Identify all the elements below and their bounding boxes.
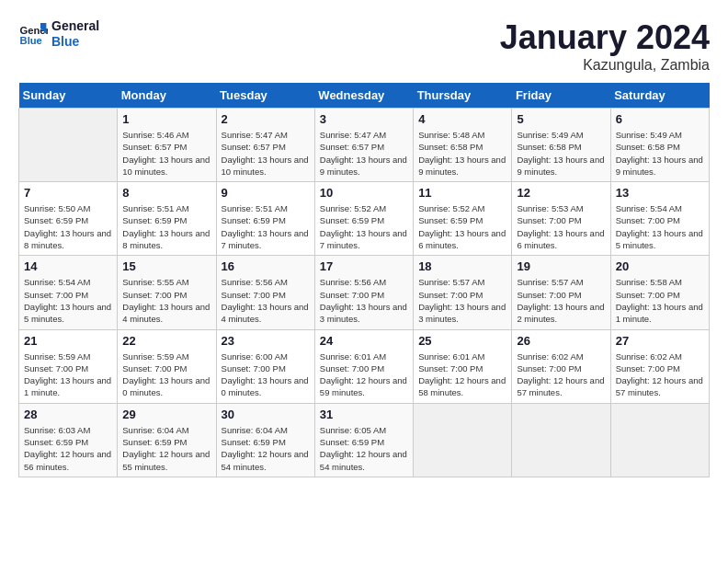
weekday-header-tuesday: Tuesday <box>216 83 314 109</box>
day-number: 15 <box>122 259 210 273</box>
day-number: 11 <box>418 186 506 200</box>
calendar-cell <box>610 403 709 477</box>
day-number: 21 <box>24 334 112 348</box>
calendar-cell: 31Sunrise: 6:05 AM Sunset: 6:59 PM Dayli… <box>314 403 413 477</box>
calendar-cell: 6Sunrise: 5:49 AM Sunset: 6:58 PM Daylig… <box>610 109 709 182</box>
day-detail: Sunrise: 5:46 AM Sunset: 6:57 PM Dayligh… <box>122 129 210 178</box>
day-number: 24 <box>320 334 408 348</box>
day-detail: Sunrise: 5:52 AM Sunset: 6:59 PM Dayligh… <box>320 202 408 251</box>
day-number: 7 <box>24 186 112 200</box>
calendar-cell: 24Sunrise: 6:01 AM Sunset: 7:00 PM Dayli… <box>314 329 413 403</box>
day-number: 23 <box>222 334 310 348</box>
calendar-cell: 13Sunrise: 5:54 AM Sunset: 7:00 PM Dayli… <box>610 182 709 256</box>
day-number: 29 <box>122 408 210 421</box>
day-detail: Sunrise: 5:47 AM Sunset: 6:57 PM Dayligh… <box>222 129 310 178</box>
calendar-cell: 5Sunrise: 5:49 AM Sunset: 6:58 PM Daylig… <box>512 109 610 182</box>
page-header: General Blue General Blue January 2024 K… <box>18 18 710 74</box>
day-number: 18 <box>418 259 506 273</box>
calendar-cell: 7Sunrise: 5:50 AM Sunset: 6:59 PM Daylig… <box>19 182 118 256</box>
calendar-cell: 27Sunrise: 6:02 AM Sunset: 7:00 PM Dayli… <box>610 329 709 403</box>
weekday-header-monday: Monday <box>118 83 216 109</box>
day-detail: Sunrise: 6:03 AM Sunset: 6:59 PM Dayligh… <box>24 424 112 473</box>
week-row-4: 21Sunrise: 5:59 AM Sunset: 7:00 PM Dayli… <box>19 329 710 403</box>
day-detail: Sunrise: 5:56 AM Sunset: 7:00 PM Dayligh… <box>222 276 310 325</box>
day-detail: Sunrise: 5:55 AM Sunset: 7:00 PM Dayligh… <box>122 276 210 325</box>
calendar-cell: 17Sunrise: 5:56 AM Sunset: 7:00 PM Dayli… <box>314 256 413 329</box>
day-detail: Sunrise: 5:58 AM Sunset: 7:00 PM Dayligh… <box>616 276 704 325</box>
weekday-header-wednesday: Wednesday <box>314 83 413 109</box>
calendar-cell: 10Sunrise: 5:52 AM Sunset: 6:59 PM Dayli… <box>314 182 413 256</box>
day-number: 9 <box>222 186 310 200</box>
week-row-2: 7Sunrise: 5:50 AM Sunset: 6:59 PM Daylig… <box>19 182 710 256</box>
logo-line2: Blue <box>51 34 99 50</box>
calendar-cell: 14Sunrise: 5:54 AM Sunset: 7:00 PM Dayli… <box>19 256 118 329</box>
weekday-header-sunday: Sunday <box>19 83 118 109</box>
day-detail: Sunrise: 6:01 AM Sunset: 7:00 PM Dayligh… <box>320 350 408 399</box>
day-detail: Sunrise: 5:54 AM Sunset: 7:00 PM Dayligh… <box>616 202 704 251</box>
calendar-cell: 12Sunrise: 5:53 AM Sunset: 7:00 PM Dayli… <box>512 182 610 256</box>
logo-line1: General <box>51 18 99 34</box>
week-row-3: 14Sunrise: 5:54 AM Sunset: 7:00 PM Dayli… <box>19 256 710 329</box>
calendar-cell: 21Sunrise: 5:59 AM Sunset: 7:00 PM Dayli… <box>19 329 118 403</box>
calendar-cell <box>512 403 610 477</box>
day-number: 12 <box>517 186 605 200</box>
day-detail: Sunrise: 5:47 AM Sunset: 6:57 PM Dayligh… <box>320 129 408 178</box>
logo-icon: General Blue <box>18 19 48 49</box>
calendar-cell: 25Sunrise: 6:01 AM Sunset: 7:00 PM Dayli… <box>414 329 512 403</box>
weekday-header-row: SundayMondayTuesdayWednesdayThursdayFrid… <box>19 83 710 109</box>
day-number: 1 <box>122 112 210 126</box>
calendar-cell: 19Sunrise: 5:57 AM Sunset: 7:00 PM Dayli… <box>512 256 610 329</box>
day-detail: Sunrise: 6:05 AM Sunset: 6:59 PM Dayligh… <box>320 424 408 473</box>
calendar-cell: 4Sunrise: 5:48 AM Sunset: 6:58 PM Daylig… <box>414 109 512 182</box>
calendar-cell: 28Sunrise: 6:03 AM Sunset: 6:59 PM Dayli… <box>19 403 118 477</box>
calendar-cell: 8Sunrise: 5:51 AM Sunset: 6:59 PM Daylig… <box>118 182 216 256</box>
calendar-cell: 29Sunrise: 6:04 AM Sunset: 6:59 PM Dayli… <box>118 403 216 477</box>
calendar-cell: 30Sunrise: 6:04 AM Sunset: 6:59 PM Dayli… <box>216 403 314 477</box>
day-number: 20 <box>616 259 704 273</box>
day-number: 6 <box>616 112 704 126</box>
weekday-header-friday: Friday <box>512 83 610 109</box>
calendar-table: SundayMondayTuesdayWednesdayThursdayFrid… <box>18 83 710 477</box>
svg-text:Blue: Blue <box>20 35 42 46</box>
day-number: 14 <box>24 259 112 273</box>
calendar-cell: 22Sunrise: 5:59 AM Sunset: 7:00 PM Dayli… <box>118 329 216 403</box>
title-section: January 2024 Kazungula, Zambia <box>500 18 710 74</box>
day-number: 30 <box>222 408 310 421</box>
day-detail: Sunrise: 5:59 AM Sunset: 7:00 PM Dayligh… <box>24 350 112 399</box>
day-number: 3 <box>320 112 408 126</box>
calendar-cell: 2Sunrise: 5:47 AM Sunset: 6:57 PM Daylig… <box>216 109 314 182</box>
day-detail: Sunrise: 5:54 AM Sunset: 7:00 PM Dayligh… <box>24 276 112 325</box>
calendar-cell: 9Sunrise: 5:51 AM Sunset: 6:59 PM Daylig… <box>216 182 314 256</box>
calendar-title: January 2024 <box>500 18 710 57</box>
day-number: 10 <box>320 186 408 200</box>
calendar-cell: 1Sunrise: 5:46 AM Sunset: 6:57 PM Daylig… <box>118 109 216 182</box>
day-detail: Sunrise: 5:59 AM Sunset: 7:00 PM Dayligh… <box>122 350 210 399</box>
day-number: 26 <box>517 334 605 348</box>
day-number: 13 <box>616 186 704 200</box>
day-detail: Sunrise: 5:52 AM Sunset: 6:59 PM Dayligh… <box>418 202 506 251</box>
day-number: 19 <box>517 259 605 273</box>
calendar-cell <box>414 403 512 477</box>
day-detail: Sunrise: 6:00 AM Sunset: 7:00 PM Dayligh… <box>222 350 310 399</box>
weekday-header-thursday: Thursday <box>414 83 512 109</box>
day-detail: Sunrise: 6:02 AM Sunset: 7:00 PM Dayligh… <box>616 350 704 399</box>
day-number: 31 <box>320 408 408 421</box>
day-detail: Sunrise: 5:48 AM Sunset: 6:58 PM Dayligh… <box>418 129 506 178</box>
day-detail: Sunrise: 6:02 AM Sunset: 7:00 PM Dayligh… <box>517 350 605 399</box>
day-number: 22 <box>122 334 210 348</box>
day-number: 25 <box>418 334 506 348</box>
calendar-cell: 20Sunrise: 5:58 AM Sunset: 7:00 PM Dayli… <box>610 256 709 329</box>
day-detail: Sunrise: 6:04 AM Sunset: 6:59 PM Dayligh… <box>222 424 310 473</box>
day-number: 28 <box>24 408 112 421</box>
logo: General Blue General Blue <box>18 18 99 50</box>
day-detail: Sunrise: 5:51 AM Sunset: 6:59 PM Dayligh… <box>222 202 310 251</box>
day-number: 16 <box>222 259 310 273</box>
weekday-header-saturday: Saturday <box>610 83 709 109</box>
day-detail: Sunrise: 5:57 AM Sunset: 7:00 PM Dayligh… <box>517 276 605 325</box>
day-detail: Sunrise: 5:57 AM Sunset: 7:00 PM Dayligh… <box>418 276 506 325</box>
day-number: 8 <box>122 186 210 200</box>
day-detail: Sunrise: 5:50 AM Sunset: 6:59 PM Dayligh… <box>24 202 112 251</box>
day-number: 2 <box>222 112 310 126</box>
day-detail: Sunrise: 5:56 AM Sunset: 7:00 PM Dayligh… <box>320 276 408 325</box>
calendar-cell: 23Sunrise: 6:00 AM Sunset: 7:00 PM Dayli… <box>216 329 314 403</box>
